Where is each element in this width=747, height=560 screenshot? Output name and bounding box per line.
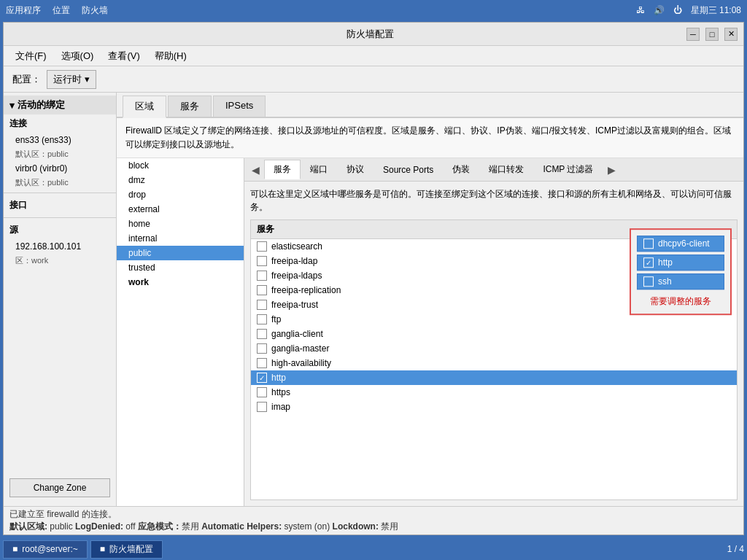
taskbar-terminal[interactable]: ■ root@server:~ (3, 540, 88, 559)
zone-work[interactable]: work (117, 275, 244, 289)
change-zone-button[interactable]: Change Zone (9, 478, 110, 497)
tabs-left-arrow[interactable]: ◀ (247, 161, 264, 179)
zone-external[interactable]: external (117, 202, 244, 217)
runtime-dropdown[interactable]: 运行时 ▾ (47, 70, 96, 89)
dropdown-arrow-icon: ▾ (85, 74, 90, 85)
panel-content: FirewallD 区域定义了绑定的网络连接、接口以及源地址的可信程度。区域是服… (117, 118, 743, 506)
high-availability-checkbox[interactable] (257, 358, 267, 368)
comparison-label: 需要调整的服务 (637, 296, 724, 308)
default-zone-label: 默认区域: (9, 521, 50, 532)
comparison-dhcpv6-client[interactable]: dhcpv6-client (637, 236, 724, 252)
zone-public[interactable]: public (117, 246, 244, 260)
places-menu[interactable]: 位置 (53, 4, 70, 17)
inner-tab-protocol[interactable]: 协议 (337, 160, 374, 179)
sidebar-item-source[interactable]: 192.168.100.101 (4, 239, 116, 254)
inner-tab-services[interactable]: 服务 (264, 160, 301, 179)
maximize-button[interactable]: □ (705, 28, 719, 41)
zone-drop[interactable]: drop (117, 187, 244, 202)
logdenied-value: off (125, 521, 137, 532)
sidebar-item-virbr0[interactable]: virbr0 (virbr0) (4, 161, 116, 176)
virbr0-sub: 默认区：public (4, 176, 116, 190)
taskbar-left: ■ root@server:~ ■ 防火墙配置 (3, 540, 163, 559)
status-line1: 已建立至 firewalld 的连接。 (9, 508, 738, 521)
tabs-right-arrow[interactable]: ▶ (603, 161, 620, 179)
tab-ipsets[interactable]: IPSets (213, 96, 266, 117)
power-icon[interactable]: ⏻ (673, 5, 682, 15)
zone-trusted[interactable]: trusted (117, 260, 244, 275)
menubar: 文件(F) 选项(O) 查看(V) 帮助(H) (4, 46, 743, 66)
elasticsearch-label: elasticsearch (271, 241, 322, 252)
topbar-right: 🖧 🔊 ⏻ 星期三 11:08 (636, 4, 741, 17)
config-label: 配置： (12, 73, 41, 86)
comparison-ssh[interactable]: ssh (637, 274, 724, 290)
apps-menu[interactable]: 应用程序 (6, 4, 41, 17)
zone-list: block dmz drop external home (117, 158, 244, 506)
lockdown-label: Lockdown: (333, 521, 382, 532)
sidebar-item-ens33[interactable]: ens33 (ens33) (4, 133, 116, 147)
firewall-menu[interactable]: 防火墙 (82, 4, 108, 17)
inner-tab-port-forward[interactable]: 端口转发 (479, 160, 533, 179)
options-menu[interactable]: 选项(O) (55, 47, 100, 65)
service-imap[interactable]: imap (251, 400, 737, 414)
zone-home[interactable]: home (117, 217, 244, 231)
freeipa-ldap-label: freeipa-ldap (271, 256, 317, 266)
zone-description: FirewallD 区域定义了绑定的网络连接、接口以及源地址的可信程度。区域是服… (117, 118, 743, 158)
http-checkbox[interactable] (257, 373, 267, 383)
inner-tab-icmp[interactable]: ICMP 过滤器 (533, 160, 603, 179)
statusbar: 已建立至 firewalld 的连接。 默认区域: public LogDeni… (4, 506, 743, 534)
divider-1 (4, 192, 116, 193)
ftp-checkbox[interactable] (257, 314, 267, 324)
comparison-http-checkbox[interactable] (643, 258, 654, 268)
freeipa-trust-checkbox[interactable] (257, 300, 267, 310)
source-ip: 192.168.100.101 (15, 241, 81, 252)
window-controls: ─ □ ✕ (686, 28, 738, 41)
ganglia-master-label: ganglia-master (271, 343, 329, 354)
zone-internal[interactable]: internal (117, 231, 244, 246)
freeipa-replication-checkbox[interactable] (257, 285, 267, 295)
https-label: https (271, 387, 290, 397)
runtime-label: 运行时 (53, 73, 82, 86)
ganglia-client-checkbox[interactable] (257, 329, 267, 339)
zone-block[interactable]: block (117, 158, 244, 173)
zone-content-area: block dmz drop external home (117, 158, 743, 506)
auto-helpers-value: system (on) (285, 521, 333, 532)
minimize-button[interactable]: ─ (686, 28, 700, 41)
inner-tab-source-ports[interactable]: Source Ports (374, 161, 443, 179)
freeipa-ldap-checkbox[interactable] (257, 256, 267, 266)
ftp-label: ftp (271, 314, 281, 324)
sources-label: 源 (4, 221, 116, 239)
close-button[interactable]: ✕ (724, 28, 738, 41)
comparison-http[interactable]: http (637, 255, 724, 271)
service-ganglia-master[interactable]: ganglia-master (251, 341, 737, 356)
service-http[interactable]: http (251, 370, 737, 385)
inner-tab-masquerade[interactable]: 伪装 (443, 160, 479, 179)
freeipa-replication-label: freeipa-replication (271, 285, 341, 295)
dhcpv6-checkbox[interactable] (643, 239, 654, 249)
inner-tab-ports[interactable]: 端口 (301, 160, 337, 179)
taskbar-firewall[interactable]: ■ 防火墙配置 (90, 540, 163, 559)
zone-dmz[interactable]: dmz (117, 173, 244, 187)
view-menu[interactable]: 查看(V) (102, 47, 145, 65)
service-https[interactable]: https (251, 385, 737, 400)
file-menu[interactable]: 文件(F) (9, 47, 53, 65)
window-titlebar: 防火墙配置 ─ □ ✕ (4, 23, 743, 46)
service-high-availability[interactable]: high-availability (251, 356, 737, 370)
service-ganglia-client[interactable]: ganglia-client (251, 327, 737, 341)
help-menu[interactable]: 帮助(H) (149, 47, 193, 65)
https-checkbox[interactable] (257, 387, 267, 397)
terminal-label: root@server:~ (22, 544, 78, 554)
app-window: 防火墙配置 ─ □ ✕ 文件(F) 选项(O) 查看(V) 帮助(H) 配置： … (3, 22, 744, 535)
main-content: ▾ 活动的绑定 连接 ens33 (ens33) 默认区：public virb… (4, 93, 743, 506)
page-indicator: 1 / 4 (727, 544, 744, 554)
tab-zones[interactable]: 区域 (123, 96, 166, 118)
emergency-value: 禁用 (182, 521, 201, 532)
comparison-ssh-checkbox[interactable] (643, 277, 654, 287)
topbar-left: 应用程序 位置 防火墙 (6, 4, 108, 17)
elasticsearch-checkbox[interactable] (257, 241, 267, 252)
tab-services[interactable]: 服务 (168, 96, 212, 117)
freeipa-ldaps-checkbox[interactable] (257, 271, 267, 281)
ganglia-master-checkbox[interactable] (257, 343, 267, 354)
dhcpv6-label: dhcpv6-client (658, 239, 710, 249)
imap-checkbox[interactable] (257, 402, 267, 412)
divider-2 (4, 217, 116, 218)
